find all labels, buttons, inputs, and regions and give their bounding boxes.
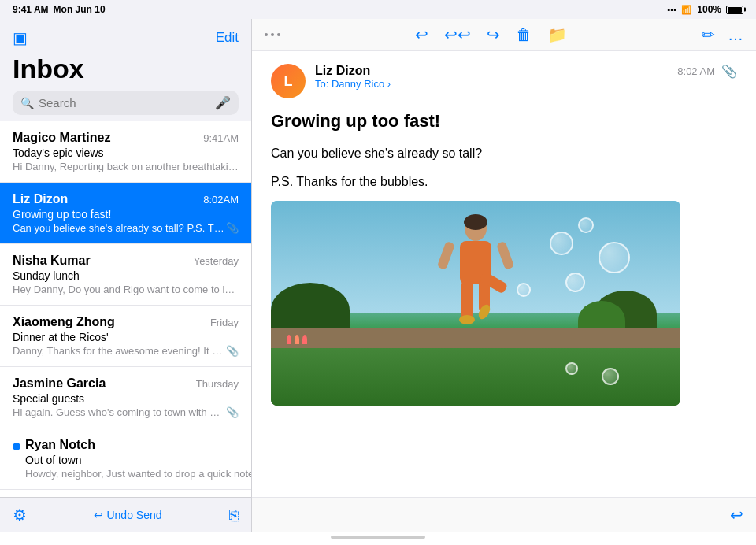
battery-label: 100% <box>697 4 721 15</box>
detail-footer: ↩ <box>252 497 756 532</box>
signal-icon: ▪▪▪ <box>668 5 677 14</box>
detail-toolbar-left <box>265 33 280 36</box>
detail-toolbar-right: ✏ … <box>702 25 743 44</box>
mail-list-header: ▣ Edit Inbox 🔍 🎤 <box>0 19 251 121</box>
mail-item[interactable]: Jasmine Garcia Thursday Special guests H… <box>0 367 251 428</box>
compose-icon[interactable]: ✏ <box>702 25 715 44</box>
email-body-paragraph-1: Can you believe she's already so tall? <box>271 144 737 163</box>
mail-subject: Special guests <box>13 392 239 405</box>
battery-icon <box>726 6 743 14</box>
mail-item[interactable]: Nisha Kumar Yesterday Sunday lunch Hey D… <box>0 244 251 306</box>
to-label: To: <box>315 78 328 90</box>
more-options-icon[interactable]: … <box>728 26 743 44</box>
attachment-icon: 📎 <box>226 406 239 418</box>
status-right: ▪▪▪ 📶 100% <box>668 4 743 15</box>
email-inline-image <box>271 201 680 406</box>
email-from-row: L Liz Dizon To: Danny Rico › 8:02 AM 📎 <box>271 64 737 98</box>
mail-time: Thursday <box>196 378 239 390</box>
status-bar: 9:41 AM Mon Jun 10 ▪▪▪ 📶 100% <box>0 0 756 19</box>
forward-icon[interactable]: ↪ <box>487 25 500 44</box>
home-bar <box>331 536 425 539</box>
svg-point-9 <box>476 303 491 321</box>
edit-button[interactable]: Edit <box>216 30 239 46</box>
status-date: Mon Jun 10 <box>54 4 106 15</box>
mail-preview: Howdy, neighbor, Just wanted to drop a q… <box>25 468 251 480</box>
mail-sender: Ryan Notch <box>25 438 95 452</box>
app-container: ▣ Edit Inbox 🔍 🎤 Magico Martinez 9:41AM … <box>0 19 756 532</box>
svg-rect-6 <box>436 241 454 270</box>
mail-subject: Growing up too fast! <box>13 208 239 221</box>
mail-preview: Can you believe she's already so tall? P… <box>13 222 226 234</box>
image-bubble <box>602 368 619 385</box>
search-bar[interactable]: 🔍 🎤 <box>13 91 239 115</box>
undo-send-button[interactable]: ↩ Undo Send <box>94 509 161 521</box>
svg-rect-3 <box>461 280 472 320</box>
mail-list-footer: ⚙ ↩ Undo Send ⎘ <box>0 497 251 532</box>
mail-subject: Dinner at the Ricos' <box>13 331 239 343</box>
email-attachment-clip: 📎 <box>721 64 737 79</box>
reply-all-icon[interactable]: ↩↩ <box>444 25 471 44</box>
search-input[interactable] <box>39 96 210 109</box>
email-body-paragraph-2: P.S. Thanks for the bubbles. <box>271 172 737 191</box>
attachment-icon: 📎 <box>226 345 239 357</box>
status-left: 9:41 AM Mon Jun 10 <box>13 4 106 15</box>
undo-send-label: Undo Send <box>106 509 161 521</box>
email-from-name: Liz Dizon <box>315 64 677 78</box>
sidebar-toggle-button[interactable]: ▣ <box>13 28 28 47</box>
email-content: L Liz Dizon To: Danny Rico › 8:02 AM 📎 <box>252 51 756 497</box>
mail-time: Yesterday <box>194 255 239 267</box>
email-detail-panel: ↩ ↩↩ ↪ 🗑 📁 ✏ … L Liz Dizon <box>252 19 756 532</box>
email-body: Can you believe she's already so tall? P… <box>271 144 737 191</box>
mail-item[interactable]: Ryan Notch Wednesday Out of town Howdy, … <box>0 428 251 490</box>
mail-item[interactable]: Magico Martinez 9:41AM Today's epic view… <box>0 121 251 183</box>
mail-preview: Hi Danny, Reporting back on another brea… <box>13 161 239 172</box>
mail-time: 9:41AM <box>203 132 239 144</box>
mail-item[interactable]: Liz Dizon 8:02AM Growing up too fast! Ca… <box>0 183 251 244</box>
mail-time: Friday <box>210 317 239 328</box>
mail-preview: Hey Danny, Do you and Rigo want to come … <box>13 284 239 295</box>
image-bubble <box>578 217 594 233</box>
mail-sender: Magico Martinez <box>13 131 110 145</box>
image-scene <box>271 201 680 406</box>
image-person <box>436 214 515 348</box>
email-subject: Growing up too fast! <box>271 111 737 132</box>
mail-subject: Sunday lunch <box>13 269 239 282</box>
microphone-icon[interactable]: 🎤 <box>215 95 231 110</box>
toolbar-center-dots <box>265 33 280 36</box>
email-meta: Liz Dizon To: Danny Rico › <box>315 64 677 90</box>
svg-point-8 <box>459 315 475 324</box>
image-bubble <box>598 242 630 273</box>
mail-preview: Danny, Thanks for the awesome evening! I… <box>13 345 226 357</box>
copy-icon[interactable]: ⎘ <box>229 506 239 525</box>
sender-avatar: L <box>271 64 306 98</box>
mail-sender: Nisha Kumar <box>13 254 91 268</box>
reply-icon[interactable]: ↩ <box>415 25 428 44</box>
trash-icon[interactable]: 🗑 <box>516 26 532 44</box>
email-timestamp: 8:02 AM <box>677 65 715 77</box>
image-bubble <box>565 362 578 375</box>
to-recipient: Danny Rico <box>332 78 384 90</box>
wifi-icon: 📶 <box>681 5 692 15</box>
filter-icon[interactable]: ⚙ <box>13 506 27 525</box>
folder-icon[interactable]: 📁 <box>547 25 567 44</box>
email-to[interactable]: To: Danny Rico › <box>315 78 677 90</box>
svg-point-1 <box>464 214 487 230</box>
mail-list-toolbar: ▣ Edit <box>13 25 239 50</box>
avatar-initial: L <box>284 73 293 90</box>
mail-subject: Out of town <box>25 454 251 466</box>
image-flowers <box>287 335 307 344</box>
attachment-icon: 📎 <box>226 222 239 234</box>
mail-sender: Liz Dizon <box>13 192 68 206</box>
email-from-header: Liz Dizon To: Danny Rico › 8:02 AM 📎 <box>315 64 737 90</box>
status-time: 9:41 AM <box>13 4 49 15</box>
mail-sender: Jasmine Garcia <box>13 376 106 391</box>
mail-list-panel: ▣ Edit Inbox 🔍 🎤 Magico Martinez 9:41AM … <box>0 19 252 532</box>
mail-item[interactable]: Xiaomeng Zhong Friday Dinner at the Rico… <box>0 306 251 367</box>
search-icon: 🔍 <box>20 97 34 109</box>
mail-sender: Xiaomeng Zhong <box>13 315 115 329</box>
undo-arrow-icon: ↩ <box>94 509 103 521</box>
mail-preview: Hi again. Guess who's coming to town wit… <box>13 406 226 418</box>
unread-indicator <box>13 443 20 450</box>
reply-footer-icon[interactable]: ↩ <box>730 506 743 525</box>
mail-time: 8:02AM <box>203 194 239 206</box>
